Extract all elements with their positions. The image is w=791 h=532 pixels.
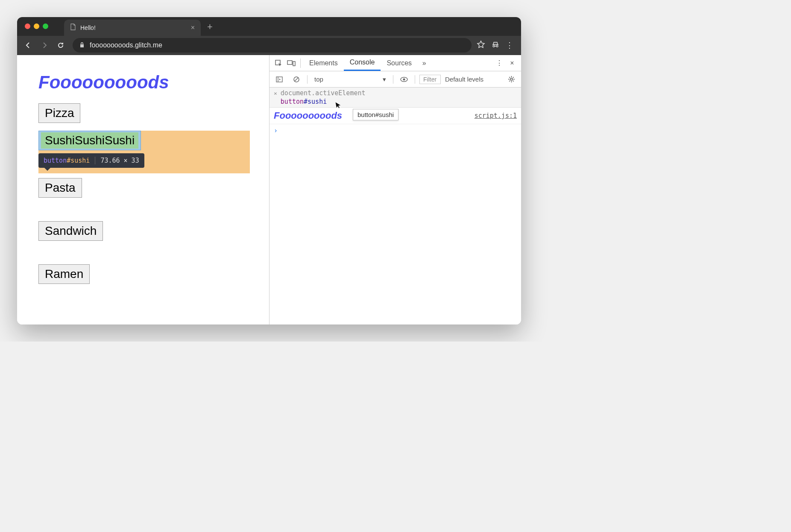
console-prompt[interactable]: ›: [270, 124, 521, 137]
close-window-button[interactable]: [25, 23, 30, 29]
live-expression-row[interactable]: × document.activeElement button#sushi: [270, 88, 521, 108]
ramen-button[interactable]: Ramen: [38, 264, 90, 284]
lock-icon: [79, 42, 85, 49]
star-icon[interactable]: [477, 40, 485, 51]
devtools-panel: Elements Console Sources » ⋮ × top ▾: [269, 55, 521, 324]
svg-point-8: [403, 78, 405, 80]
pizza-button[interactable]: Pizza: [38, 103, 80, 123]
devtools-tabs: Elements Console Sources » ⋮ ×: [270, 55, 521, 71]
url-input[interactable]: fooooooooods.glitch.me: [73, 38, 472, 53]
element-hover-tooltip: button#sushi: [353, 109, 398, 120]
expression-text: document.activeElement: [281, 89, 366, 97]
clear-console-icon[interactable]: [290, 73, 303, 86]
minimize-window-button[interactable]: [34, 23, 39, 29]
context-selector[interactable]: top ▾: [312, 76, 389, 83]
new-tab-button[interactable]: +: [207, 21, 213, 32]
settings-icon[interactable]: [505, 73, 518, 86]
devtools-menu-icon[interactable]: ⋮: [493, 57, 506, 70]
tab-console[interactable]: Console: [344, 55, 381, 71]
page-icon: [70, 23, 76, 32]
filter-input[interactable]: Filter: [419, 75, 441, 84]
tooltip-dimensions: 73.66 × 33: [100, 157, 139, 164]
maximize-window-button[interactable]: [43, 23, 48, 29]
element-highlight: SushiSushiSushi: [38, 131, 248, 150]
svg-point-9: [510, 78, 513, 80]
reload-button[interactable]: [54, 38, 67, 52]
inspect-icon[interactable]: [272, 57, 285, 70]
svg-rect-2: [293, 61, 295, 66]
more-tabs-icon[interactable]: »: [418, 57, 431, 70]
chevron-down-icon: ▾: [383, 76, 386, 83]
expression-result: button#sushi: [281, 98, 366, 105]
address-bar: fooooooooods.glitch.me ⋮: [17, 36, 521, 55]
webpage: Fooooooooods Pizza button#sushi 73.66 × …: [17, 55, 269, 324]
remove-expression-icon[interactable]: ×: [274, 90, 277, 96]
content-area: Fooooooooods Pizza button#sushi 73.66 × …: [17, 55, 521, 324]
close-tab-button[interactable]: ×: [191, 24, 195, 32]
forward-button[interactable]: [38, 38, 51, 52]
log-message: Fooooooooods: [274, 110, 342, 121]
browser-window: Hello! × + fooooooooods.glitch.me: [17, 17, 521, 324]
svg-rect-1: [287, 61, 292, 64]
log-levels[interactable]: Default levels: [445, 76, 483, 83]
svg-line-6: [295, 78, 298, 81]
inspector-tooltip: button#sushi 73.66 × 33: [38, 153, 144, 168]
menu-icon[interactable]: ⋮: [506, 41, 513, 50]
live-expression-icon[interactable]: [398, 73, 410, 86]
back-button[interactable]: [21, 38, 35, 52]
tab-sources[interactable]: Sources: [381, 55, 418, 71]
console-toolbar: top ▾ Filter Default levels: [270, 71, 521, 88]
sandwich-button[interactable]: Sandwich: [38, 221, 103, 241]
tooltip-selector: button#sushi: [44, 157, 90, 164]
tab-elements[interactable]: Elements: [303, 55, 344, 71]
close-devtools-button[interactable]: ×: [506, 57, 519, 70]
pasta-button[interactable]: Pasta: [38, 178, 82, 198]
url-text: fooooooooods.glitch.me: [90, 41, 162, 49]
page-heading: Fooooooooods: [38, 72, 248, 93]
sushi-button[interactable]: SushiSushiSushi: [38, 131, 141, 150]
log-source-link[interactable]: script.js:1: [475, 112, 517, 120]
sidebar-toggle-icon[interactable]: [273, 73, 286, 86]
tab-title: Hello!: [80, 24, 96, 31]
titlebar: Hello! × +: [17, 17, 521, 36]
device-icon[interactable]: [285, 57, 298, 70]
window-controls: [17, 23, 48, 29]
browser-tab[interactable]: Hello! ×: [64, 20, 201, 36]
console-output: × document.activeElement button#sushi bu…: [270, 88, 521, 324]
incognito-icon[interactable]: [491, 40, 500, 51]
